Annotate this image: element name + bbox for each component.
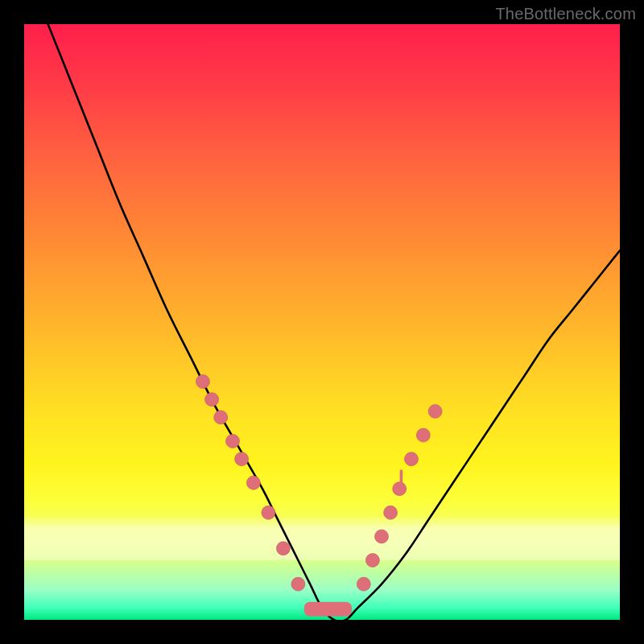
marker-dot [214, 411, 228, 424]
marker-dot [262, 506, 275, 519]
watermark-text: TheBottleneck.com [495, 5, 636, 23]
bottleneck-curve [48, 24, 620, 620]
marker-dot [384, 506, 398, 519]
marker-dot [416, 428, 430, 442]
marker-dot [196, 375, 210, 389]
marker-dot [393, 482, 407, 496]
plateau-bar [304, 602, 352, 617]
chart-stage: TheBottleneck.com [0, 0, 644, 644]
marker-dot [375, 530, 389, 543]
chart-frame [24, 24, 620, 620]
marker-dot [365, 554, 379, 568]
marker-dot [246, 476, 260, 489]
markers-left-group [196, 375, 305, 592]
marker-dot [235, 452, 249, 466]
marker-dot [291, 577, 305, 591]
marker-dot [205, 393, 219, 407]
marker-dot [276, 542, 290, 555]
marker-dot [357, 577, 370, 591]
marker-dot [226, 435, 240, 448]
marker-dot [428, 405, 442, 419]
marker-dot [405, 452, 419, 466]
chart-svg [24, 24, 620, 620]
